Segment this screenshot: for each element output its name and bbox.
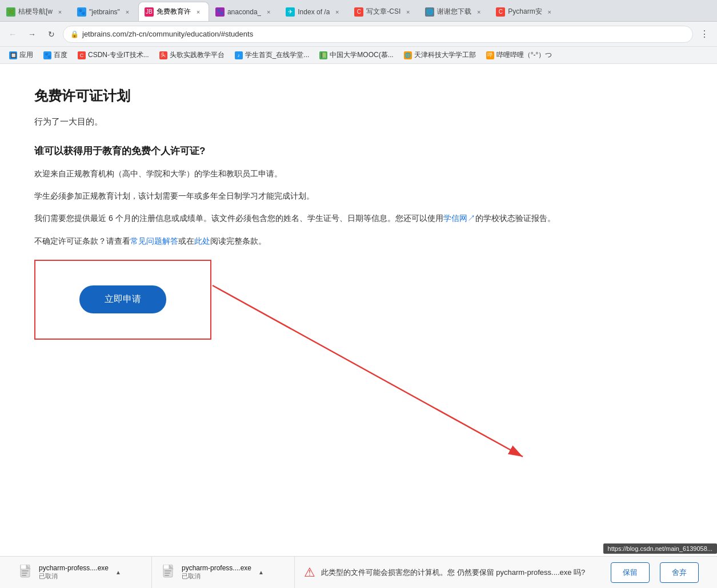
bookmark-favicon: 📗: [319, 51, 327, 59]
download-file-icon-1: [18, 565, 34, 581]
tab-close[interactable]: ×: [55, 7, 65, 17]
tab-title: 桔梗导航[w: [18, 7, 53, 17]
tab-close[interactable]: ×: [123, 7, 132, 17]
svg-line-1: [213, 285, 523, 457]
tab-tab7[interactable]: 🌐 谢谢您下载 ×: [419, 2, 490, 21]
bookmark-favicon: 头: [159, 51, 167, 59]
back-button[interactable]: ←: [5, 26, 21, 42]
tab-close[interactable]: ×: [403, 7, 412, 17]
bookmark-favicon: 🔲: [9, 51, 17, 59]
download-name-1: pycharm-profess....exe: [39, 564, 109, 572]
forward-button[interactable]: →: [24, 26, 40, 42]
tab-tab3[interactable]: JB 免费教育许 ×: [138, 2, 209, 21]
tab-tab2[interactable]: 🐾 "jetbrains" ×: [71, 2, 138, 21]
svg-rect-9: [163, 565, 169, 569]
tab-tab6[interactable]: C 写文章-CSI ×: [348, 2, 419, 21]
paragraph4-before: 不确定许可证条款？请查看: [34, 236, 130, 245]
toolbar: ← → ↻ 🔒 jetbrains.com/zh-cn/community/ed…: [0, 22, 717, 47]
svg-rect-3: [21, 565, 26, 569]
bookmark-item[interactable]: 🔲 应用: [5, 49, 38, 61]
bookmark-item[interactable]: 🌐 天津科技大学学工部: [399, 49, 480, 61]
svg-rect-6: [22, 573, 27, 574]
tab-tab8[interactable]: C Pycharm安 ×: [490, 2, 560, 21]
browser-window: 🌿 桔梗导航[w × 🐾 "jetbrains" × JB 免费教育许 × 🐾 …: [0, 0, 717, 588]
discard-button[interactable]: 舍弃: [660, 562, 699, 583]
tab-favicon: C: [496, 7, 505, 17]
bookmark-favicon: C: [78, 51, 86, 59]
download-warning: ⚠ 此类型的文件可能会损害您的计算机。您 仍然要保留 pycharm-profe…: [295, 562, 708, 583]
faq-link[interactable]: 常见问题解答: [130, 236, 178, 245]
svg-rect-12: [165, 573, 170, 574]
bookmark-label: 百度: [54, 50, 67, 60]
tab-tab5[interactable]: ✈ Index of /a ×: [279, 2, 348, 21]
tab-bar: 🌿 桔梗导航[w × 🐾 "jetbrains" × JB 免费教育许 × 🐾 …: [0, 0, 717, 22]
tab-close[interactable]: ×: [333, 7, 342, 17]
download-chevron-2[interactable]: ▲: [258, 569, 264, 575]
download-bar: pycharm-profess....exe 已取消 ▲ pycharm-pro…: [0, 556, 717, 588]
tab-title: 谢谢您下载: [437, 7, 471, 17]
tab-title: Index of /a: [298, 8, 330, 16]
tab-title: Pycharm安: [508, 7, 542, 17]
tab-favicon: 🌿: [6, 7, 15, 17]
keep-button[interactable]: 保留: [611, 562, 650, 583]
bookmark-label: CSDN-专业IT技术...: [88, 50, 149, 60]
paragraph2: 学生必须参加正规教育计划，该计划需要一年或多年全日制学习才能完成计划。: [34, 189, 683, 203]
bookmark-item[interactable]: 头 头歌实践教学平台: [155, 49, 229, 61]
paragraph3-text: 我们需要您提供最近 6 个月的注册信息或成绩单。该文件必须包含您的姓名、学生证号…: [34, 214, 443, 223]
subtitle-cut: 行为了一大目的。: [34, 116, 683, 127]
warning-icon: ⚠: [304, 565, 315, 580]
bookmark-label: 头歌实践教学平台: [170, 50, 225, 60]
svg-rect-5: [22, 570, 29, 571]
warning-line2: 仍然要保留 pycharm-profess....exe 吗?: [457, 568, 586, 577]
page-title: 免费许可证计划: [34, 87, 683, 105]
bookmark-favicon: 🐾: [43, 51, 51, 59]
tab-title: "jetbrains": [89, 8, 120, 16]
download-chevron-1[interactable]: ▲: [115, 569, 121, 575]
download-status-2: 已取消: [182, 572, 251, 581]
bookmark-item[interactable]: C CSDN-专业IT技术...: [73, 49, 154, 61]
section-heading: 谁可以获得用于教育的免费个人许可证?: [34, 144, 683, 158]
tab-title: 免费教育许: [157, 7, 191, 17]
bookmark-label: 中国大学MOOC(慕...: [330, 50, 393, 60]
terms-link[interactable]: 此处: [194, 236, 210, 245]
tab-favicon: 🐾: [77, 7, 86, 17]
paragraph3: 我们需要您提供最近 6 个月的注册信息或成绩单。该文件必须包含您的姓名、学生证号…: [34, 211, 683, 225]
tab-close[interactable]: ×: [545, 7, 554, 17]
bookmark-item[interactable]: 🐾 百度: [39, 49, 72, 61]
apply-now-button[interactable]: 立即申请: [79, 285, 166, 313]
warning-line1: 此类型的文件可能会损害您的计算机。您: [321, 568, 455, 577]
tab-close[interactable]: ×: [264, 7, 273, 17]
svg-rect-11: [165, 570, 171, 571]
url-tooltip: https://blog.csdn.net/main_6139058...: [603, 543, 717, 554]
address-text: jetbrains.com/zh-cn/community/education/…: [82, 30, 686, 38]
download-info-1: pycharm-profess....exe 已取消: [39, 564, 109, 581]
tab-tab1[interactable]: 🌿 桔梗导航[w ×: [0, 2, 71, 21]
svg-rect-7: [22, 575, 26, 576]
paragraph4: 不确定许可证条款？请查看常见问题解答或在此处阅读完整条款。: [34, 234, 683, 248]
red-highlight-box: 立即申请: [34, 260, 211, 340]
tab-close[interactable]: ×: [474, 7, 483, 17]
bookmark-item[interactable]: ♪ 学生首页_在线学堂...: [230, 49, 314, 61]
bookmark-label: 学生首页_在线学堂...: [245, 50, 310, 60]
download-info-2: pycharm-profess....exe 已取消: [182, 564, 251, 581]
tab-favicon: C: [354, 7, 363, 17]
xuexin-link[interactable]: 学信网↗: [443, 214, 475, 223]
tab-tab4[interactable]: 🐾 anaconda_ ×: [209, 2, 279, 21]
menu-button[interactable]: ⋮: [696, 26, 712, 42]
tab-close[interactable]: ×: [194, 7, 203, 17]
download-status-1: 已取消: [39, 572, 109, 581]
bookmark-favicon: ♪: [235, 51, 243, 59]
address-bar[interactable]: 🔒 jetbrains.com/zh-cn/community/educatio…: [63, 26, 693, 43]
bookmark-item[interactable]: 📗 中国大学MOOC(慕...: [315, 49, 398, 61]
reload-button[interactable]: ↻: [43, 26, 59, 42]
warning-message: 此类型的文件可能会损害您的计算机。您 仍然要保留 pycharm-profess…: [321, 567, 605, 578]
apply-section: 立即申请: [34, 260, 683, 340]
bookmarks-bar: 🔲 应用 🐾 百度 C CSDN-专业IT技术... 头 头歌实践教学平台 ♪ …: [0, 47, 717, 64]
download-name-2: pycharm-profess....exe: [182, 564, 251, 572]
tab-favicon: 🐾: [215, 7, 225, 17]
download-item-1: pycharm-profess....exe 已取消 ▲: [9, 557, 152, 588]
bookmark-item[interactable]: 哔 哔哩哔哩（°-°）つ: [482, 49, 557, 61]
lock-icon: 🔒: [70, 30, 79, 38]
tab-favicon: JB: [145, 7, 154, 17]
download-item-2: pycharm-profess....exe 已取消 ▲: [152, 557, 295, 588]
